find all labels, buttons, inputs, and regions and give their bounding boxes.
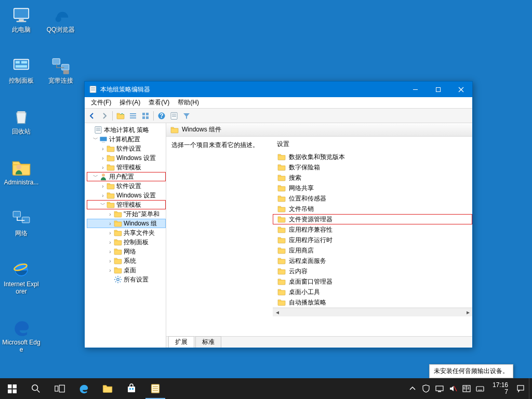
menu-view[interactable]: 查看(V) [144, 97, 174, 108]
tree-admin-child[interactable]: ›共享文件夹 [87, 228, 166, 237]
taskbar-edge[interactable] [72, 378, 96, 399]
show-desktop-button[interactable] [529, 378, 532, 399]
tree-admin-child[interactable]: ›Windows 组 [87, 219, 166, 228]
scroll-right-button[interactable]: ▸ [463, 308, 472, 316]
menu-action[interactable]: 操作(A) [115, 97, 144, 108]
taskbar-explorer[interactable] [96, 378, 119, 399]
folder-icon [277, 236, 286, 244]
list-item[interactable]: 数据收集和预览版本 [273, 152, 472, 162]
action-center-icon[interactable] [516, 384, 525, 393]
audio-tooltip: 未安装任何音频输出设备。 [429, 364, 513, 378]
list-item[interactable]: 网络共享 [273, 183, 472, 193]
list-button[interactable] [127, 110, 139, 122]
description-pane: 选择一个项目来查看它的描述。 [166, 137, 273, 336]
list-item[interactable]: 应用程序兼容性 [273, 224, 472, 235]
tray: 中 17:167 [404, 378, 529, 399]
tree-label: 管理模板 [116, 163, 141, 172]
list-item[interactable]: 应用商店 [273, 245, 472, 256]
tree-uc-win[interactable]: ›Windows 设置 [87, 191, 166, 200]
filter-button[interactable] [180, 110, 193, 122]
close-button[interactable] [449, 82, 472, 97]
menu-file[interactable]: 文件(F) [87, 97, 115, 108]
desktop-icon-thispc[interactable]: 此电脑 [2, 3, 41, 33]
tree-user-config[interactable]: ﹀用户配置 [87, 172, 166, 181]
menu-help[interactable]: 帮助(H) [174, 97, 203, 108]
nav-back-button[interactable] [86, 110, 98, 122]
search-button[interactable] [24, 378, 48, 399]
titlebar[interactable]: 本地组策略编辑器 [85, 82, 472, 97]
list-item[interactable]: 桌面小工具 [273, 287, 472, 297]
svg-rect-54 [59, 385, 64, 392]
desktop-icon-broadband[interactable]: 宽带连接 [42, 54, 80, 84]
tab-extended[interactable]: 扩展 [168, 336, 194, 348]
svg-rect-49 [8, 389, 11, 393]
tree-cc-win[interactable]: ›Windows 设置 [87, 153, 166, 163]
taskview-button[interactable] [48, 378, 72, 399]
folder-icon [277, 174, 286, 182]
tree-computer-config[interactable]: ﹀计算机配置 [87, 135, 166, 144]
list-item[interactable]: 数字保险箱 [273, 162, 472, 172]
list-item[interactable]: 文件吊销 [273, 204, 472, 214]
tree-pane[interactable]: 本地计算机 策略 ﹀计算机配置 ›软件设置 ›Windows 设置 ›管理模板 … [85, 123, 166, 348]
list-item[interactable]: 自动播放策略 [273, 297, 472, 308]
tray-ime-icon[interactable]: 中 [462, 384, 471, 393]
taskbar-store[interactable] [119, 378, 143, 399]
folder-icon [170, 126, 179, 134]
list-item[interactable]: 位置和传感器 [273, 193, 472, 204]
settings-icon [114, 275, 122, 284]
list-item[interactable]: 云内容 [273, 266, 472, 276]
scroll-left-button[interactable]: ◂ [273, 308, 282, 316]
svg-text:中: 中 [463, 385, 470, 392]
list-item[interactable]: 远程桌面服务 [273, 256, 472, 266]
taskbar-gpedit[interactable] [143, 378, 167, 399]
list-item[interactable]: 应用程序运行时 [273, 235, 472, 245]
tray-volume-icon[interactable] [449, 384, 457, 393]
minimize-button[interactable] [404, 82, 427, 97]
tab-standard[interactable]: 标准 [195, 336, 221, 348]
list-item[interactable]: 桌面窗口管理器 [273, 276, 472, 287]
tray-chevron-icon[interactable] [408, 384, 417, 393]
tree-admin-child[interactable]: 所有设置 [87, 275, 166, 284]
svg-rect-57 [132, 388, 134, 390]
up-button[interactable] [114, 110, 127, 122]
desktop-icon-network[interactable]: 网络 [2, 207, 41, 237]
tree-root[interactable]: 本地计算机 策略 [87, 125, 166, 135]
start-button[interactable] [0, 378, 24, 399]
details-button[interactable] [139, 110, 152, 122]
list-item[interactable]: 搜索 [273, 172, 472, 183]
nav-fwd-button[interactable] [98, 110, 111, 122]
desktop-icon-edge[interactable]: Microsoft Edge [2, 316, 41, 353]
tray-clock[interactable]: 17:167 [489, 382, 511, 395]
taskbar: 中 17:167 [0, 378, 532, 399]
tree-uc-admin[interactable]: ﹀管理模板 [87, 200, 166, 209]
tray-security-icon[interactable] [422, 384, 430, 393]
hscrollbar[interactable]: ◂ ▸ [273, 308, 472, 316]
folder-icon [277, 153, 286, 161]
desktop-icon-ie[interactable]: Internet Explorer [2, 258, 41, 295]
desktop-icon-qqbrowser[interactable]: QQ浏览器 [42, 3, 80, 33]
tree-uc-soft[interactable]: ›软件设置 [87, 181, 166, 191]
svg-rect-56 [129, 388, 131, 390]
help-button[interactable]: ? [155, 110, 168, 122]
tree-cc-admin[interactable]: ›管理模板 [87, 163, 166, 172]
svg-rect-38 [142, 113, 145, 115]
folder-icon [114, 247, 122, 256]
tree-cc-soft[interactable]: ›软件设置 [87, 144, 166, 153]
list-item[interactable]: 文件资源管理器 [273, 214, 472, 224]
list-item-label: 位置和传感器 [289, 194, 326, 203]
maximize-button[interactable] [427, 82, 449, 97]
tree-admin-child[interactable]: ›系统 [87, 256, 166, 265]
desktop-icon-controlpanel[interactable]: 控制面板 [2, 54, 41, 84]
tree-admin-child[interactable]: ›控制面板 [87, 237, 166, 247]
svg-point-27 [56, 16, 61, 22]
tree-admin-child[interactable]: ›桌面 [87, 265, 166, 275]
tray-keyboard-icon[interactable] [476, 384, 484, 393]
settings-list[interactable]: 设置 数据收集和预览版本数字保险箱搜索网络共享位置和传感器文件吊销文件资源管理器… [273, 137, 472, 336]
desktop-icon-admin[interactable]: Administra... [2, 156, 41, 186]
svg-rect-53 [55, 386, 58, 391]
tree-admin-child[interactable]: ›"开始"菜单和 [87, 209, 166, 219]
tree-admin-child[interactable]: ›网络 [87, 247, 166, 256]
desktop-icon-recyclebin[interactable]: 回收站 [2, 105, 41, 135]
tray-network-icon[interactable] [435, 384, 444, 393]
properties-button[interactable] [168, 110, 180, 122]
